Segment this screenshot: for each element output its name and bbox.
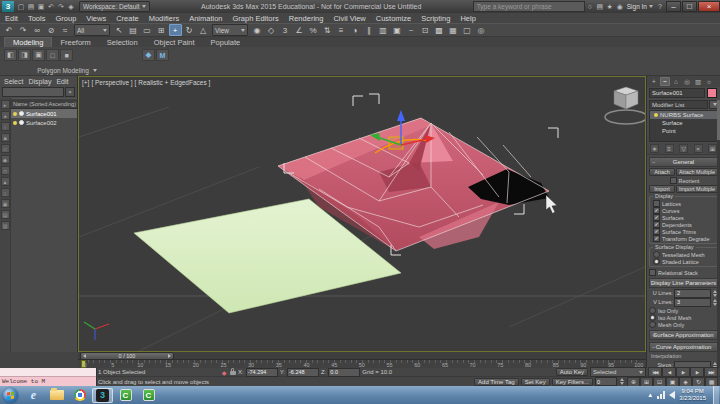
show-desktop-button[interactable] <box>713 386 719 404</box>
visibility-bulb-icon[interactable] <box>13 121 17 125</box>
u-lines-field[interactable]: 2 <box>674 289 711 298</box>
edge-mode-icon[interactable]: ◨ <box>18 49 31 61</box>
display-geometry-icon[interactable]: ■ <box>1 133 10 142</box>
display-option-row[interactable]: Surfaces <box>651 214 716 221</box>
ribbon-tab[interactable]: Selection <box>99 37 146 47</box>
hierarchy-tab-icon[interactable]: ⌂ <box>671 77 681 86</box>
ribbon-tab[interactable]: Freeform <box>52 37 98 47</box>
modifier-stack-item[interactable]: Surface <box>650 119 717 127</box>
viewcube[interactable] <box>605 87 645 124</box>
select-and-scale-icon[interactable]: △ <box>197 24 210 36</box>
key-selection-dropdown[interactable]: Selected <box>590 367 646 377</box>
maximize-button[interactable]: □ <box>682 1 697 12</box>
selection-filter-dropdown[interactable]: All <box>74 24 110 36</box>
line-display-option-row[interactable]: Mesh Only <box>647 321 720 328</box>
modifier-stack-item[interactable]: Point <box>650 127 717 135</box>
explorer-search-clear-button[interactable]: × <box>65 87 75 97</box>
visibility-bulb-icon[interactable] <box>654 113 658 117</box>
curve-editor-icon[interactable]: ~ <box>405 24 418 36</box>
show-hidden-icons-button[interactable]: ▲ <box>647 392 653 398</box>
mirror-icon[interactable]: ◑ <box>349 24 362 36</box>
zoom-region-icon[interactable]: ▣ <box>666 377 679 387</box>
menu-item[interactable]: Scripting <box>416 14 455 23</box>
line-display-option-row[interactable]: Iso Only <box>647 307 720 314</box>
pan-icon[interactable]: ◈ <box>679 377 692 387</box>
explorer-menu-item[interactable]: Select <box>4 78 23 85</box>
selection-filter-icon[interactable]: ▸ <box>1 100 10 109</box>
general-rollout-header[interactable]: General <box>649 157 718 167</box>
favorites-icon[interactable]: ★ <box>605 1 615 12</box>
open-file-icon[interactable]: ▤ <box>26 1 36 12</box>
checkbox[interactable] <box>653 214 660 221</box>
select-by-name-icon[interactable]: ▤ <box>127 24 140 36</box>
close-button[interactable]: × <box>698 1 720 12</box>
chrome-icon[interactable] <box>69 388 90 403</box>
render-production-icon[interactable]: ◎ <box>475 24 488 36</box>
import-button[interactable]: Import <box>649 185 675 193</box>
zoom-icon[interactable]: ⊕ <box>627 377 640 387</box>
visibility-bulb-icon[interactable] <box>13 112 17 116</box>
object-color-swatch[interactable] <box>707 88 717 98</box>
viewport-general-menu[interactable]: [+] <box>82 79 89 86</box>
configure-modifier-sets-icon[interactable]: ⊞ <box>708 144 717 153</box>
display-helpers-icon[interactable]: ▲ <box>1 177 10 186</box>
menu-item[interactable]: Views <box>81 14 111 23</box>
checkbox[interactable] <box>653 221 660 228</box>
menu-item[interactable]: Graph Editors <box>228 14 284 23</box>
set-key-button[interactable]: Set Key <box>521 378 550 386</box>
undo-scene-icon[interactable]: ↶ <box>46 1 56 12</box>
display-shapes-icon[interactable]: □ <box>1 144 10 153</box>
utilities-tab-icon[interactable]: ☼ <box>704 77 714 86</box>
help-icon[interactable]: ? <box>655 1 665 12</box>
orbit-icon[interactable]: ↻ <box>692 377 705 387</box>
polygon-modeling-label[interactable]: Polygon Modeling <box>4 67 130 74</box>
create-tab-icon[interactable]: + <box>649 77 659 86</box>
menu-item[interactable]: Civil View <box>328 14 370 23</box>
menu-item[interactable]: Edit <box>0 14 23 23</box>
ribbon-tab[interactable]: Modeling <box>4 37 52 47</box>
edit-named-selection-sets-icon[interactable]: ≡ <box>335 24 348 36</box>
display-none-icon[interactable]: ○ <box>1 122 10 131</box>
motion-tab-icon[interactable]: ◎ <box>682 77 692 86</box>
select-and-rotate-icon[interactable]: ↻ <box>183 24 196 36</box>
network-icon[interactable] <box>657 391 665 399</box>
relational-stack-row[interactable]: Relational Stack <box>647 269 720 276</box>
menu-item[interactable]: Customize <box>371 14 416 23</box>
select-and-link-icon[interactable]: ∞ <box>31 24 44 36</box>
rectangular-selection-region-icon[interactable]: ▭ <box>141 24 154 36</box>
surface-approximation-header[interactable]: Surface Approximation <box>649 330 718 340</box>
go-to-end-icon[interactable]: ▶▶| <box>704 367 718 377</box>
display-cameras-icon[interactable]: ◇ <box>1 166 10 175</box>
go-to-start-icon[interactable]: |◀◀ <box>648 367 662 377</box>
sign-in-button[interactable]: Sign In <box>627 3 653 10</box>
explorer-column-headers[interactable]: Name (Sorted Ascending) ▲ Frozen <box>11 98 77 109</box>
start-button[interactable] <box>3 388 18 403</box>
file-explorer-icon[interactable] <box>46 388 67 403</box>
radio-button[interactable] <box>649 307 656 314</box>
polygon-mode-icon[interactable]: □ <box>46 49 59 61</box>
remove-modifier-icon[interactable]: × <box>694 144 703 153</box>
previous-frame-arrow-icon[interactable] <box>83 354 86 358</box>
display-bones-icon[interactable]: ▥ <box>1 221 10 230</box>
pivot-tool-icon[interactable]: ◆ <box>142 49 155 61</box>
layer-manager-icon[interactable]: ▥ <box>377 24 390 36</box>
schematic-view-icon[interactable]: ⊡ <box>419 24 432 36</box>
checkbox[interactable] <box>653 235 660 242</box>
material-editor-icon[interactable]: ▩ <box>433 24 446 36</box>
explorer-menu-item[interactable]: Edit <box>56 78 68 85</box>
radio-button[interactable] <box>649 314 656 321</box>
viewport-pov-menu[interactable]: [ Perspective ] <box>91 79 132 86</box>
reorient-checkbox[interactable] <box>670 177 677 184</box>
display-option-row[interactable]: Lattices <box>651 200 716 207</box>
menu-item[interactable]: Rendering <box>284 14 329 23</box>
play-icon[interactable]: ▶ <box>676 367 690 377</box>
make-unique-icon[interactable]: ▽ <box>679 144 688 153</box>
spinner-snap-icon[interactable]: ⇅ <box>321 24 334 36</box>
radio-button[interactable] <box>653 251 660 258</box>
next-frame-arrow-icon[interactable] <box>168 354 171 358</box>
y-coordinate-field[interactable]: -6.248 <box>287 368 319 377</box>
display-option-row[interactable]: Surface Trims <box>651 228 716 235</box>
checkbox[interactable] <box>653 207 660 214</box>
maxscript-mini-listener[interactable]: Welcome to M <box>0 368 97 386</box>
menu-item[interactable]: Tools <box>23 14 51 23</box>
